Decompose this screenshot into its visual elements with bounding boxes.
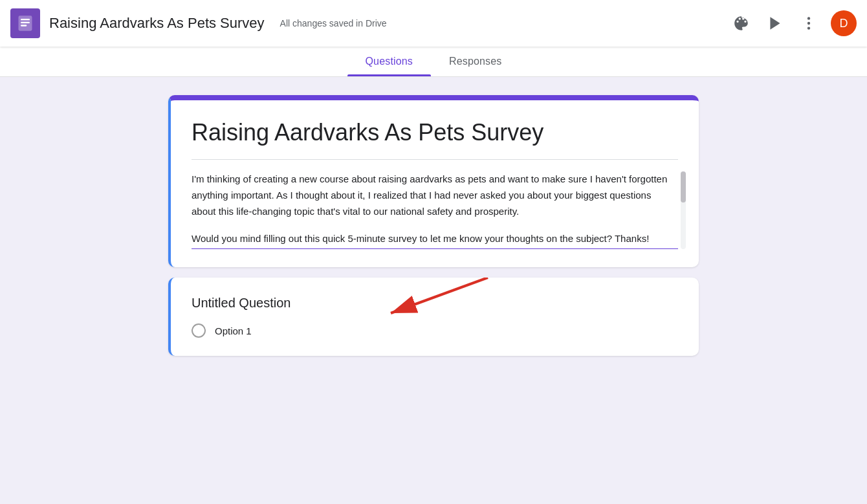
forms-logo-icon <box>16 14 34 32</box>
question-card: Untitled Question Option 1 <box>168 278 699 356</box>
tab-questions[interactable]: Questions <box>347 47 431 76</box>
palette-icon <box>733 15 750 32</box>
svg-marker-4 <box>770 17 780 30</box>
send-icon <box>767 15 784 32</box>
save-status: All changes saved in Drive <box>280 18 727 28</box>
svg-point-7 <box>807 27 810 29</box>
description-area: I'm thinking of creating a new course ab… <box>192 171 678 249</box>
card-inner-question: Untitled Question Option 1 <box>171 278 699 356</box>
survey-title[interactable]: Raising Aardvarks As Pets Survey <box>192 118 678 146</box>
option-label: Option 1 <box>215 325 252 336</box>
svg-rect-1 <box>21 19 30 20</box>
svg-point-5 <box>807 17 810 19</box>
description-text-2[interactable]: Would you mind filling out this quick 5-… <box>192 231 678 249</box>
form-title: Raising Aardvarks As Pets Survey <box>49 15 265 32</box>
description-scrollbar[interactable] <box>681 171 686 249</box>
tab-responses[interactable]: Responses <box>431 47 520 76</box>
option-row: Option 1 <box>192 323 678 338</box>
scrollbar-thumb <box>681 171 686 203</box>
svg-rect-2 <box>21 22 30 23</box>
question-title[interactable]: Untitled Question <box>192 296 678 311</box>
more-vert-icon <box>800 15 817 32</box>
option-radio[interactable] <box>192 323 206 338</box>
user-avatar[interactable]: D <box>831 10 857 36</box>
main-content: Raising Aardvarks As Pets Survey I'm thi… <box>142 77 725 384</box>
card-inner-title: Raising Aardvarks As Pets Survey I'm thi… <box>171 100 699 267</box>
svg-point-6 <box>807 22 810 25</box>
survey-title-card: Raising Aardvarks As Pets Survey I'm thi… <box>168 95 699 267</box>
svg-rect-3 <box>21 25 27 26</box>
app-logo <box>10 8 40 38</box>
preview-button[interactable] <box>761 9 789 38</box>
more-options-button[interactable] <box>795 9 823 38</box>
app-header: Raising Aardvarks As Pets Survey All cha… <box>0 0 867 47</box>
header-actions: D <box>727 9 857 38</box>
title-divider <box>192 159 678 160</box>
description-text[interactable]: I'm thinking of creating a new course ab… <box>192 171 678 219</box>
tabs-bar: Questions Responses <box>0 47 867 77</box>
palette-button[interactable] <box>727 9 756 38</box>
